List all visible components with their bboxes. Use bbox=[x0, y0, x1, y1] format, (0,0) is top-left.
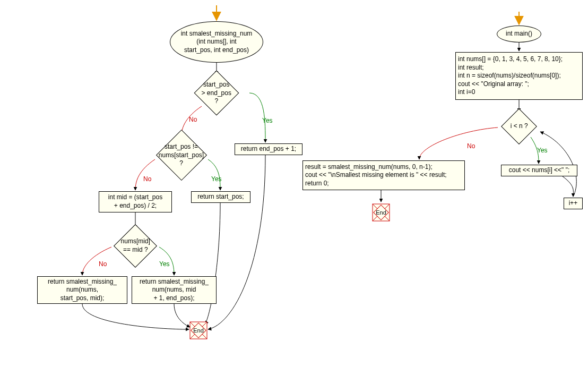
decision-i-lt-n: i < n ? bbox=[501, 108, 537, 144]
l3: + 1, end_pos); bbox=[140, 294, 209, 303]
loop-body-cout: cout << nums[i] <<" "; bbox=[501, 165, 577, 176]
l2: cout << "\nSmallest missing element is "… bbox=[305, 171, 447, 180]
fn-signature-l3: start_pos, int end_pos) bbox=[181, 46, 253, 55]
l2: nums[start_pos] ? bbox=[159, 151, 204, 167]
end-terminator-right: End bbox=[371, 203, 391, 222]
fn-signature-l2: (int nums[], int bbox=[181, 38, 253, 46]
decision-startpos-ne-nums: start_pos != nums[start_pos] ? bbox=[156, 130, 207, 181]
recurse-left: return smalest_missing_ num(nums, start_… bbox=[37, 276, 127, 304]
edge-label-yes: Yes bbox=[262, 117, 273, 124]
l1: int mid = (start_pos bbox=[108, 193, 162, 202]
text: return start_pos; bbox=[197, 193, 244, 201]
l5: int i=0 bbox=[458, 88, 563, 97]
return-endpos-plus-1: return end_pos + 1; bbox=[235, 143, 302, 155]
l1: start_pos != bbox=[159, 143, 204, 151]
edge-label-no: No bbox=[99, 260, 107, 268]
decision-startpos-gt-endpos: start_pos > end_pos ? bbox=[194, 71, 239, 116]
fn-signature-ellipse: int smalest_missing_num (int nums[], int… bbox=[170, 21, 263, 63]
text: i++ bbox=[569, 199, 578, 208]
text: return end_pos + 1; bbox=[241, 145, 296, 154]
main-signature-ellipse: int main() bbox=[497, 25, 541, 42]
decision-text: start_pos > end_pos ? bbox=[201, 81, 232, 106]
edge-label-no: No bbox=[467, 142, 475, 150]
l3: int n = sizeof(nums)/sizeof(nums[0]); bbox=[458, 72, 563, 80]
l1: int nums[] = {0, 1, 3, 4, 5, 6, 7, 8, 10… bbox=[458, 55, 563, 64]
edge-label-no: No bbox=[143, 175, 151, 183]
l2: + end_pos) / 2; bbox=[108, 202, 162, 210]
l1: return smalest_missing_ bbox=[140, 278, 209, 286]
fn-signature-l1: int smalest_missing_num bbox=[181, 30, 253, 38]
decision-text: i < n ? bbox=[507, 122, 531, 131]
recurse-right: return smalest_missing_ num(nums, mid + … bbox=[132, 276, 217, 304]
text: cout << nums[i] <<" "; bbox=[509, 166, 570, 175]
edge-label-yes: Yes bbox=[159, 260, 170, 268]
l1: return smalest_missing_ bbox=[48, 278, 117, 286]
end-terminator-left: End bbox=[189, 321, 208, 340]
l1: result = smalest_missing_num(nums, 0, n-… bbox=[305, 163, 447, 172]
main-init-block: int nums[] = {0, 1, 3, 4, 5, 6, 7, 8, 10… bbox=[455, 52, 583, 100]
text: int main() bbox=[506, 30, 532, 38]
edge-label-yes: Yes bbox=[537, 147, 548, 154]
edge-label-no: No bbox=[189, 116, 197, 123]
flowchart-canvas: int smalest_missing_num (int nums[], int… bbox=[0, 0, 588, 366]
decision-text: nums[mid] == mid ? bbox=[120, 237, 150, 254]
return-startpos: return start_pos; bbox=[191, 191, 250, 203]
l4: cout << "Original array: "; bbox=[458, 80, 563, 89]
end-label: End bbox=[189, 321, 208, 340]
end-label: End bbox=[371, 203, 391, 222]
mid-calc: int mid = (start_pos + end_pos) / 2; bbox=[99, 191, 172, 212]
edge-label-yes: Yes bbox=[211, 175, 222, 183]
l2: num(nums, bbox=[48, 286, 117, 294]
main-after-block: result = smalest_missing_num(nums, 0, n-… bbox=[302, 160, 465, 190]
decision-numsmid-eq-mid: nums[mid] == mid ? bbox=[114, 224, 157, 268]
l2: int result; bbox=[458, 64, 563, 72]
l3: start_pos, mid); bbox=[48, 294, 117, 303]
l2: num(nums, mid bbox=[140, 286, 209, 294]
loop-increment: i++ bbox=[564, 198, 583, 209]
l3: return 0; bbox=[305, 180, 447, 188]
